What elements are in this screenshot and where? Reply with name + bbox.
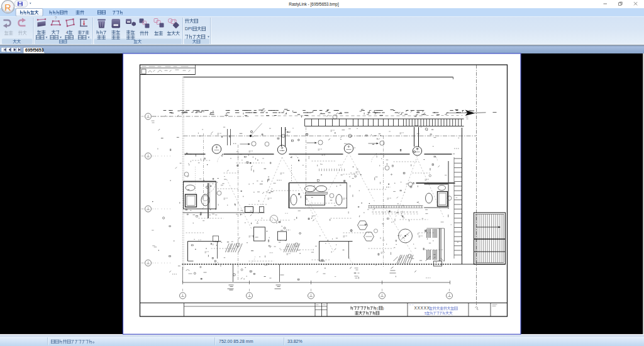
- svg-text:DPI: DPI: [185, 26, 192, 31]
- svg-text:RastyLink - [695f5653.bmp]: RastyLink - [695f5653.bmp]: [289, 2, 339, 7]
- svg-text:33.82%: 33.82%: [287, 339, 303, 343]
- svg-text:695f5653: 695f5653: [25, 48, 44, 52]
- svg-text:(: (: [377, 306, 378, 310]
- svg-text:5: 5: [425, 311, 426, 315]
- svg-text:?: ?: [55, 16, 57, 20]
- svg-text:752.00 85.28 mm: 752.00 85.28 mm: [219, 339, 253, 343]
- svg-text:): ): [383, 306, 384, 310]
- svg-text:R: R: [4, 3, 11, 13]
- svg-text:4: 4: [66, 30, 69, 35]
- svg-text:XXXXX: XXXXX: [414, 306, 430, 310]
